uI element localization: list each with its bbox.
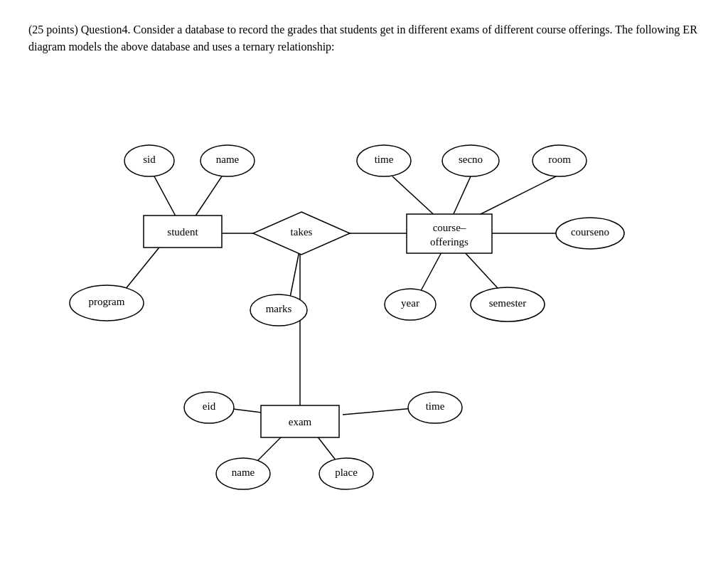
year-label: year <box>401 297 419 309</box>
student-label: student <box>167 226 198 238</box>
exam-name-label: name <box>232 467 255 478</box>
courseno-label: courseno <box>571 226 609 238</box>
svg-line-1 <box>193 176 222 219</box>
course-offerings-label-line2: offerings <box>430 236 469 248</box>
marks-label: marks <box>266 303 292 314</box>
semester-label: semester <box>489 297 526 309</box>
svg-line-9 <box>471 176 556 219</box>
svg-line-4 <box>289 248 300 301</box>
co-time-label: time <box>375 154 394 165</box>
room-label: room <box>548 154 571 165</box>
course-offerings-label-line1: course– <box>433 222 466 233</box>
intro-text: (25 points) Question4. Consider a databa… <box>28 21 700 55</box>
program-label: program <box>89 296 125 307</box>
sid-label: sid <box>143 154 156 165</box>
takes-label: takes <box>291 226 313 238</box>
eid-label: eid <box>203 400 216 412</box>
intro-paragraph: (25 points) Question4. Consider a databa… <box>28 21 700 55</box>
er-diagram-svg: student takes course– offerings exam sid… <box>44 84 684 482</box>
student-name-label: name <box>216 154 240 165</box>
exam-time-label: time <box>426 400 445 412</box>
er-diagram: student takes course– offerings exam sid… <box>44 84 684 482</box>
secno-label: secno <box>459 154 483 165</box>
exam-label: exam <box>289 416 312 427</box>
place-label: place <box>335 467 358 478</box>
svg-line-8 <box>453 176 471 216</box>
svg-line-7 <box>392 176 439 219</box>
